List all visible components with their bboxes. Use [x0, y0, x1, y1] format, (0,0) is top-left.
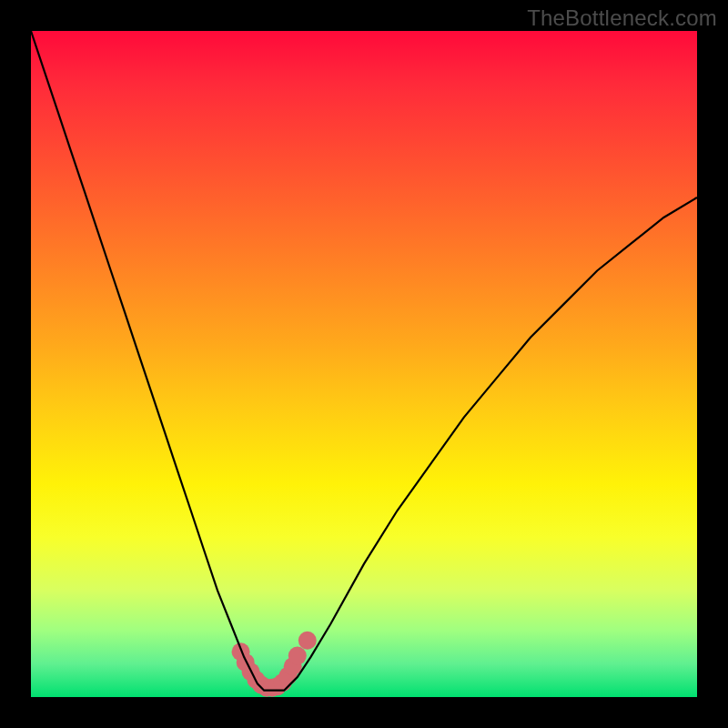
plot-area [31, 31, 697, 697]
watermark-text: TheBottleneck.com [527, 5, 717, 31]
highlight-dot [298, 632, 317, 650]
chart-frame: TheBottleneck.com [0, 0, 728, 728]
bottleneck-curve [31, 31, 697, 691]
highlight-dot [288, 647, 307, 665]
highlight-markers [232, 632, 317, 697]
curve-layer [31, 31, 697, 697]
